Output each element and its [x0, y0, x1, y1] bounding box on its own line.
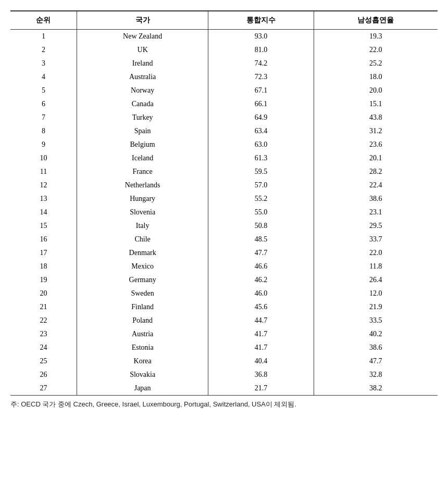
cell-rank: 22	[10, 314, 77, 327]
footnote: 주: OECD 국가 중에 Czech, Greece, Israel, Lux…	[10, 400, 438, 409]
cell-country: Italy	[77, 219, 208, 233]
table-row: 3Ireland74.225.2	[10, 57, 438, 70]
cell-index: 44.7	[208, 314, 314, 327]
cell-country: Hungary	[77, 192, 208, 206]
cell-rank: 14	[10, 206, 77, 219]
cell-country: Germany	[77, 273, 208, 287]
cell-rank: 11	[10, 165, 77, 179]
cell-index: 41.7	[208, 341, 314, 354]
cell-index: 47.7	[208, 246, 314, 260]
cell-rank: 13	[10, 192, 77, 206]
table-row: 16Chile48.533.7	[10, 233, 438, 246]
cell-rate: 15.1	[314, 97, 438, 111]
cell-rank: 25	[10, 354, 77, 368]
cell-rate: 31.2	[314, 124, 438, 138]
cell-country: Denmark	[77, 246, 208, 260]
cell-rank: 9	[10, 138, 77, 151]
cell-index: 81.0	[208, 43, 314, 57]
cell-rate: 22.4	[314, 179, 438, 192]
cell-rank: 2	[10, 43, 77, 57]
header-rate: 남성흡연율	[314, 11, 438, 30]
table-row: 22Poland44.733.5	[10, 314, 438, 327]
cell-country: Chile	[77, 233, 208, 246]
cell-rate: 11.8	[314, 260, 438, 273]
cell-rank: 1	[10, 30, 77, 44]
cell-rate: 40.2	[314, 327, 438, 341]
cell-country: Norway	[77, 84, 208, 97]
cell-rank: 5	[10, 84, 77, 97]
cell-rate: 12.0	[314, 287, 438, 300]
table-row: 14Slovenia55.023.1	[10, 206, 438, 219]
cell-rank: 23	[10, 327, 77, 341]
cell-country: Australia	[77, 70, 208, 84]
table-row: 1New Zealand93.019.3	[10, 30, 438, 44]
table-row: 5Norway67.120.0	[10, 84, 438, 97]
cell-index: 63.4	[208, 124, 314, 138]
cell-rank: 6	[10, 97, 77, 111]
main-container: 순위 국가 통합지수 남성흡연율 1New Zealand93.019.32UK…	[10, 10, 438, 409]
cell-country: France	[77, 165, 208, 179]
cell-country: Finland	[77, 300, 208, 314]
cell-rate: 21.9	[314, 300, 438, 314]
cell-rate: 38.6	[314, 192, 438, 206]
cell-rate: 22.0	[314, 246, 438, 260]
cell-index: 74.2	[208, 57, 314, 70]
cell-rate: 47.7	[314, 354, 438, 368]
cell-country: Belgium	[77, 138, 208, 151]
cell-country: Slovakia	[77, 368, 208, 382]
table-row: 21Finland45.621.9	[10, 300, 438, 314]
cell-rate: 20.0	[314, 84, 438, 97]
table-row: 25Korea40.447.7	[10, 354, 438, 368]
cell-index: 66.1	[208, 97, 314, 111]
table-row: 20Sweden46.012.0	[10, 287, 438, 300]
table-row: 13Hungary55.238.6	[10, 192, 438, 206]
cell-rank: 19	[10, 273, 77, 287]
cell-rank: 3	[10, 57, 77, 70]
table-header-row: 순위 국가 통합지수 남성흡연율	[10, 11, 438, 30]
cell-country: Spain	[77, 124, 208, 138]
cell-rank: 27	[10, 382, 77, 396]
cell-rank: 26	[10, 368, 77, 382]
cell-index: 40.4	[208, 354, 314, 368]
cell-rank: 7	[10, 111, 77, 124]
cell-rank: 21	[10, 300, 77, 314]
table-row: 4Australia72.318.0	[10, 70, 438, 84]
table-row: 6Canada66.115.1	[10, 97, 438, 111]
cell-rank: 4	[10, 70, 77, 84]
cell-rank: 16	[10, 233, 77, 246]
cell-country: Estonia	[77, 341, 208, 354]
cell-country: UK	[77, 43, 208, 57]
cell-rate: 22.0	[314, 43, 438, 57]
data-table: 순위 국가 통합지수 남성흡연율 1New Zealand93.019.32UK…	[10, 10, 438, 396]
table-row: 26Slovakia36.832.8	[10, 368, 438, 382]
cell-country: Turkey	[77, 111, 208, 124]
cell-index: 41.7	[208, 327, 314, 341]
cell-country: Netherlands	[77, 179, 208, 192]
cell-country: Ireland	[77, 57, 208, 70]
table-row: 24Estonia41.738.6	[10, 341, 438, 354]
cell-rank: 24	[10, 341, 77, 354]
cell-rate: 32.8	[314, 368, 438, 382]
table-row: 17Denmark47.722.0	[10, 246, 438, 260]
cell-rank: 15	[10, 219, 77, 233]
cell-country: Poland	[77, 314, 208, 327]
cell-country: Austria	[77, 327, 208, 341]
header-rank: 순위	[10, 11, 77, 30]
cell-index: 57.0	[208, 179, 314, 192]
cell-country: New Zealand	[77, 30, 208, 44]
cell-index: 93.0	[208, 30, 314, 44]
cell-index: 45.6	[208, 300, 314, 314]
table-row: 18Mexico46.611.8	[10, 260, 438, 273]
cell-rate: 33.7	[314, 233, 438, 246]
cell-rate: 43.8	[314, 111, 438, 124]
table-row: 9Belgium63.023.6	[10, 138, 438, 151]
table-row: 10Iceland61.320.1	[10, 151, 438, 165]
cell-index: 72.3	[208, 70, 314, 84]
table-row: 8Spain63.431.2	[10, 124, 438, 138]
cell-rate: 38.6	[314, 341, 438, 354]
table-row: 23Austria41.740.2	[10, 327, 438, 341]
cell-index: 46.6	[208, 260, 314, 273]
cell-country: Slovenia	[77, 206, 208, 219]
cell-index: 21.7	[208, 382, 314, 396]
cell-country: Canada	[77, 97, 208, 111]
